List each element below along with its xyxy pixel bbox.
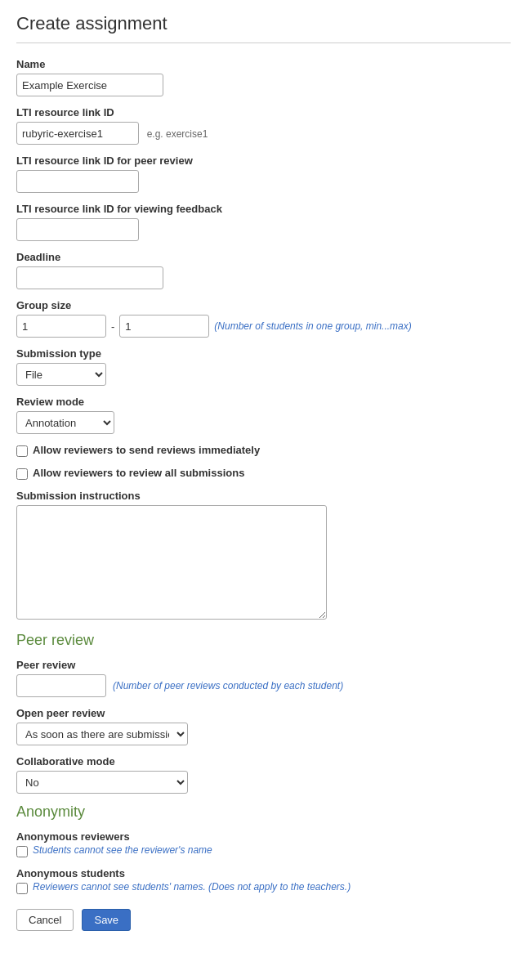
deadline-field-group: Deadline [16,251,511,289]
allow-review-all-row: Allow reviewers to review all submission… [16,467,511,480]
anonymous-reviewers-sub-label: Students cannot see the reviewer's name [33,844,212,856]
name-label: Name [16,58,511,70]
group-size-label: Group size [16,299,511,311]
peer-review-count-input[interactable] [16,674,106,697]
collaborative-mode-label: Collaborative mode [16,755,511,767]
peer-review-count-row: (Number of peer reviews conducted by eac… [16,674,511,697]
group-size-field-group: Group size - (Number of students in one … [16,299,511,338]
peer-review-section-title: Peer review [16,632,511,649]
lti-peer-field-group: LTI resource link ID for peer review [16,154,511,193]
save-button[interactable]: Save [82,909,131,931]
lti-id-input[interactable] [16,122,139,145]
allow-review-all-checkbox[interactable] [16,468,28,480]
group-size-separator: - [111,320,114,333]
page-title: Create assignment [16,13,511,34]
lti-id-field-group: LTI resource link ID e.g. exercise1 [16,106,511,145]
lti-feedback-input[interactable] [16,218,139,241]
review-mode-label: Review mode [16,396,511,408]
allow-send-reviews-label: Allow reviewers to send reviews immediat… [33,444,260,456]
submission-instructions-label: Submission instructions [16,490,511,502]
lti-id-label: LTI resource link ID [16,106,511,119]
anonymous-students-field-group: Anonymous students Reviewers cannot see … [16,867,511,894]
lti-id-hint: e.g. exercise1 [147,128,208,140]
anonymous-reviewers-row: Students cannot see the reviewer's name [16,844,511,857]
review-mode-select[interactable]: Annotation Rubric Both [16,411,114,434]
anonymity-section-title: Anonymity [16,803,511,821]
name-input[interactable] [16,74,163,96]
peer-review-count-label: Peer review [16,659,511,671]
deadline-input[interactable] [16,266,163,289]
submission-instructions-field-group: Submission instructions [16,490,511,622]
lti-peer-input[interactable] [16,170,139,193]
anonymous-students-sub-label: Reviewers cannot see students' names. (D… [33,881,351,893]
name-field-group: Name [16,58,511,96]
lti-feedback-label: LTI resource link ID for viewing feedbac… [16,203,511,215]
review-mode-field-group: Review mode Annotation Rubric Both [16,396,511,434]
submission-instructions-textarea[interactable] [16,505,327,620]
group-size-max-input[interactable] [119,315,209,338]
anonymous-students-label: Anonymous students [16,867,511,879]
peer-review-count-hint: (Number of peer reviews conducted by eac… [113,680,343,691]
allow-send-reviews-row: Allow reviewers to send reviews immediat… [16,444,511,457]
group-size-row: - (Number of students in one group, min.… [16,315,511,338]
lti-peer-label: LTI resource link ID for peer review [16,154,511,167]
anonymous-reviewers-label: Anonymous reviewers [16,830,511,843]
group-size-hint: (Number of students in one group, min...… [214,320,411,332]
submission-type-field-group: Submission type File Text URL [16,347,511,386]
lti-feedback-field-group: LTI resource link ID for viewing feedbac… [16,203,511,241]
submission-type-label: Submission type [16,347,511,360]
deadline-label: Deadline [16,251,511,263]
submission-type-select[interactable]: File Text URL [16,363,106,386]
allow-send-reviews-checkbox[interactable] [16,445,28,457]
button-row: Cancel Save [16,909,511,931]
peer-review-count-field-group: Peer review (Number of peer reviews cond… [16,659,511,697]
anonymous-students-checkbox[interactable] [16,883,28,894]
open-peer-review-select[interactable]: As soon as there are submissions After d… [16,723,188,745]
group-size-min-input[interactable] [16,315,106,338]
collaborative-mode-select[interactable]: No Yes [16,771,188,794]
anonymous-students-row: Reviewers cannot see students' names. (D… [16,881,511,894]
open-peer-review-label: Open peer review [16,707,511,719]
open-peer-review-field-group: Open peer review As soon as there are su… [16,707,511,745]
cancel-button[interactable]: Cancel [16,909,74,931]
allow-review-all-label: Allow reviewers to review all submission… [33,467,244,479]
collaborative-mode-field-group: Collaborative mode No Yes [16,755,511,794]
anonymous-reviewers-checkbox[interactable] [16,846,28,857]
anonymous-reviewers-field-group: Anonymous reviewers Students cannot see … [16,830,511,857]
